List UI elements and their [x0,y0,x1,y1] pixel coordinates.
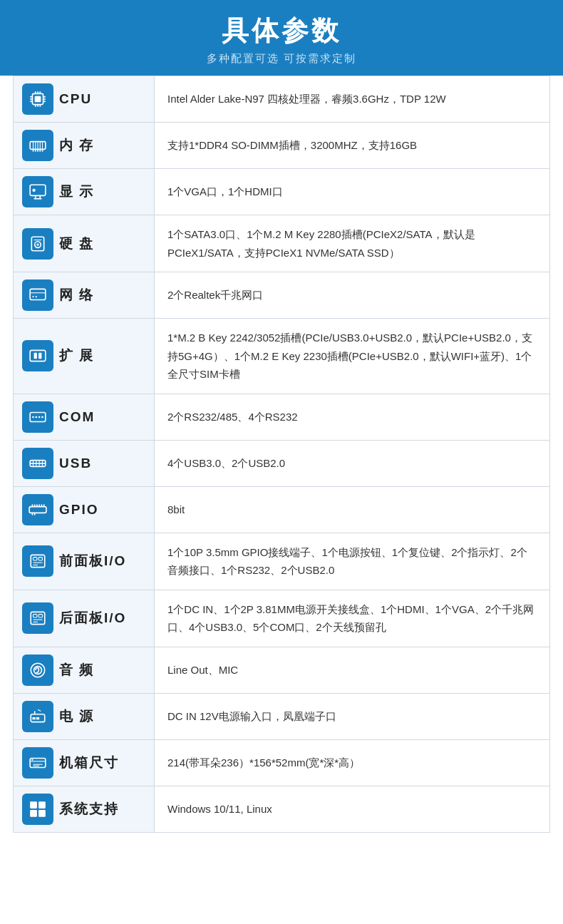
spec-row-power: 电 源 DC IN 12V电源输入口，凤凰端子口 [13,693,550,740]
spec-label-memory: 内 存 [14,123,155,168]
icon-expansion [22,340,53,371]
spec-label-network: 网 络 [14,272,155,318]
spec-row-chassis: 机箱尺寸 214(带耳朵236）*156*52mm(宽*深*高） [13,739,550,786]
spec-value-com: 2个RS232/485、4个RS232 [155,394,549,440]
spec-value-front-io: 1个10P 3.5mm GPIO接线端子、1个电源按钮、1个复位键、2个指示灯、… [155,533,549,590]
spec-row-usb: USB 4个USB3.0、2个USB2.0 [13,440,550,487]
svg-point-71 [31,663,45,677]
svg-rect-76 [36,717,39,719]
svg-point-44 [38,416,41,418]
svg-rect-34 [30,289,46,299]
spec-label-text-storage: 硬 盘 [59,235,94,253]
spec-label-chassis: 机箱尺寸 [14,740,155,786]
spec-value-rear-io: 1个DC IN、1个2P 3.81MM电源开关接线盒、1个HDMI、1个VGA、… [155,590,549,647]
spec-label-storage: 硬 盘 [14,215,155,272]
svg-point-26 [32,189,35,192]
header: 具体参数 多种配置可选 可按需求定制 [0,0,563,76]
spec-label-rear-io: 后面板I/O [14,590,155,647]
svg-rect-67 [33,615,37,617]
spec-value-display: 1个VGA口，1个HDMI口 [155,169,549,215]
icon-power [22,701,53,732]
spec-label-power: 电 源 [14,694,155,739]
svg-rect-68 [38,615,42,617]
spec-row-front-io: 前面板I/O 1个10P 3.5mm GPIO接线端子、1个电源按钮、1个复位键… [13,533,550,590]
spec-value-expansion: 1*M.2 B Key 2242/3052插槽(PCIe/USB3.0+USB2… [155,319,549,394]
svg-point-42 [32,416,34,418]
svg-rect-62 [33,558,37,560]
spec-value-cpu: Intel Alder Lake-N97 四核处理器，睿频3.6GHz，TDP … [155,76,549,122]
svg-point-36 [32,296,33,297]
svg-rect-52 [29,506,46,513]
specs-wrapper: CPU Intel Alder Lake-N97 四核处理器，睿频3.6GHz，… [0,76,563,845]
icon-cpu [22,83,53,115]
svg-rect-66 [31,612,45,624]
spec-value-chassis: 214(带耳朵236）*156*52mm(宽*深*高） [155,740,549,786]
spec-label-text-gpio: GPIO [59,502,99,518]
spec-value-storage: 1个SATA3.0口、1个M.2 M Key 2280插槽(PCIeX2/SAT… [155,215,549,272]
spec-row-display: 显 示 1个VGA口，1个HDMI口 [13,168,550,215]
icon-audio [22,654,53,686]
spec-value-gpio: 8bit [155,487,549,533]
svg-line-77 [38,709,41,711]
spec-label-text-usb: USB [59,456,92,471]
spec-label-text-com: COM [59,409,95,425]
spec-label-text-expansion: 扩 展 [59,346,94,365]
spec-row-com: COM 2个RS232/485、4个RS232 [13,394,550,441]
svg-rect-39 [34,353,37,359]
svg-point-37 [36,296,37,297]
spec-label-os: 系统支持 [14,786,155,832]
icon-front-io [22,545,53,577]
spec-label-text-front-io: 前面板I/O [59,552,126,570]
svg-rect-84 [38,801,46,808]
spec-label-gpio: GPIO [14,487,155,533]
spec-label-text-os: 系统支持 [59,800,119,818]
svg-point-43 [36,416,38,418]
spec-label-text-network: 网 络 [59,286,94,304]
spec-label-com: COM [14,394,155,440]
spec-label-text-rear-io: 后面板I/O [59,609,126,627]
spec-row-audio: 音 频 Line Out、MIC [13,647,550,694]
spec-label-display: 显 示 [14,169,155,215]
svg-rect-61 [31,555,45,567]
svg-point-80 [31,759,33,760]
spec-label-front-io: 前面板I/O [14,533,155,590]
icon-chassis [22,747,53,779]
spec-label-expansion: 扩 展 [14,319,155,394]
spec-value-audio: Line Out、MIC [155,647,549,693]
spec-label-text-cpu: CPU [59,91,92,107]
spec-row-os: 系统支持 Windows 10/11, Linux [13,786,550,833]
spec-label-usb: USB [14,441,155,486]
icon-storage [22,228,53,260]
icon-display [22,176,53,207]
spec-value-network: 2个Realtek千兆网口 [155,272,549,318]
icon-os [22,794,53,825]
spec-label-text-chassis: 机箱尺寸 [59,754,119,772]
svg-rect-38 [30,351,46,361]
icon-com [22,401,53,433]
svg-rect-83 [30,801,37,808]
spec-label-cpu: CPU [14,76,155,122]
svg-rect-86 [38,810,46,817]
spec-row-expansion: 扩 展 1*M.2 B Key 2242/3052插槽(PCIe/USB3.0+… [13,318,550,394]
svg-rect-75 [32,717,35,719]
spec-row-cpu: CPU Intel Alder Lake-N97 四核处理器，睿频3.6GHz，… [13,76,550,123]
spec-value-os: Windows 10/11, Linux [155,786,549,832]
spec-label-text-audio: 音 频 [59,661,94,679]
spec-row-memory: 内 存 支持1*DDR4 SO-DIMM插槽，3200MHZ，支持16GB [13,122,550,169]
spec-value-power: DC IN 12V电源输入口，凤凰端子口 [155,694,549,739]
spec-row-storage: 硬 盘 1个SATA3.0口、1个M.2 M Key 2280插槽(PCIeX2… [13,215,550,272]
svg-rect-1 [35,96,41,103]
spec-label-text-memory: 内 存 [59,136,94,155]
icon-gpio [22,494,53,525]
icon-memory [22,130,53,161]
svg-rect-63 [38,558,42,560]
svg-rect-40 [38,353,41,359]
svg-rect-85 [30,810,37,817]
icon-rear-io [22,602,53,634]
spec-value-usb: 4个USB3.0、2个USB2.0 [155,441,549,486]
spec-row-gpio: GPIO 8bit [13,486,550,533]
icon-network [22,279,53,311]
page-subtitle: 多种配置可选 可按需求定制 [0,52,563,66]
spec-label-text-display: 显 示 [59,183,94,201]
spec-label-text-power: 电 源 [59,707,94,726]
